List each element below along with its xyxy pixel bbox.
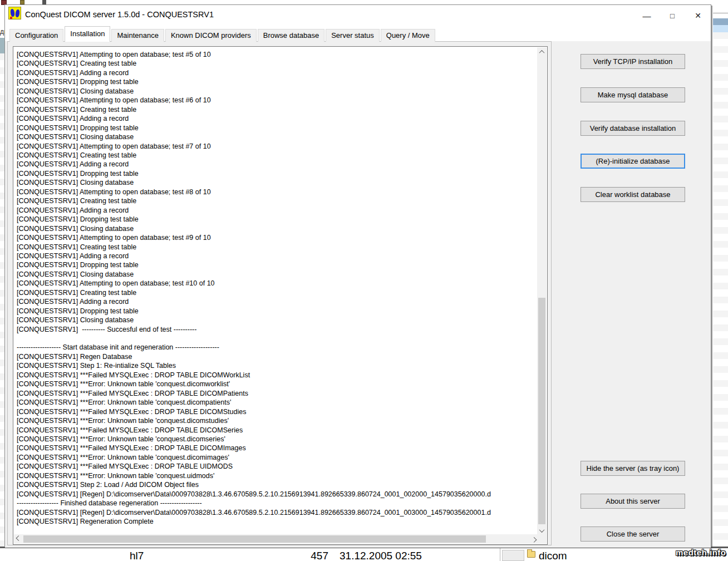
log-line: [CONQUESTSRV1] [Regen] D:\dicomserver\Da… <box>17 508 538 517</box>
log-line: [CONQUESTSRV1] Closing database <box>17 316 538 324</box>
log-line: [CONQUESTSRV1] Regen Database <box>17 352 538 361</box>
background-header-row <box>713 18 728 25</box>
folder-icon <box>527 551 535 558</box>
log-line: [CONQUESTSRV1] Creating test table <box>17 105 538 114</box>
log-line: [CONQUESTSRV1] Closing database <box>17 132 538 141</box>
log-line: [CONQUESTSRV1] Adding a record <box>17 252 538 260</box>
log-line: [CONQUESTSRV1] Adding a record <box>17 297 538 306</box>
log-line: [CONQUESTSRV1] Creating test table <box>17 243 538 252</box>
tab-label: Installation <box>70 29 105 38</box>
log-line: [CONQUESTSRV1] ---------- Succesful end … <box>17 325 538 334</box>
tab-label: Known DICOM providers <box>171 31 251 40</box>
log-line: [CONQUESTSRV1] Closing database <box>17 270 538 279</box>
log-line: [CONQUESTSRV1] Creating test table <box>17 151 538 160</box>
tab[interactable]: Browse database <box>258 29 324 42</box>
log-line: [CONQUESTSRV1] Creating test table <box>17 196 538 205</box>
scroll-left-icon[interactable] <box>14 534 23 544</box>
tab[interactable]: Maintenance <box>111 29 164 42</box>
divider <box>713 13 728 13</box>
tab[interactable]: Configuration <box>9 29 63 42</box>
watermark: medteh.info <box>676 548 726 557</box>
background-toolbar-icon <box>20 0 24 4</box>
tab[interactable]: Query / Move <box>381 29 435 42</box>
verify-tcpip-button[interactable]: Verify TCP/IP installation <box>581 54 685 69</box>
tab[interactable]: Server status <box>326 29 380 42</box>
log-line: [CONQUESTSRV1] Dropping test table <box>17 77 538 86</box>
background-text-fragment: дн <box>0 28 4 36</box>
clear-worklist-database-button[interactable]: Clear worklist database <box>581 187 685 202</box>
log-line: [CONQUESTSRV1] ***Error: Unknown table '… <box>17 435 538 444</box>
log-line: [CONQUESTSRV1] Attempting to open databa… <box>17 233 538 242</box>
background-toolbar-icon <box>42 0 46 4</box>
tab-strip: Configuration Installation Maintenance K… <box>9 25 436 42</box>
horizontal-scroll-thumb[interactable] <box>23 535 486 543</box>
scroll-up-icon[interactable] <box>537 47 547 57</box>
screen: дн hl7 457 31.12.2005 02:55 dicom medteh… <box>0 0 728 561</box>
reinitialize-database-button[interactable]: (Re)-initialize database <box>581 154 685 169</box>
tab-label: Server status <box>331 31 374 40</box>
log-line: [CONQUESTSRV1] Step 2: Load / Add DICOM … <box>17 480 538 489</box>
log-line: [CONQUESTSRV1] Closing database <box>17 224 538 233</box>
background-window-right <box>713 0 728 547</box>
horizontal-scrollbar[interactable] <box>14 534 539 544</box>
file-size: 457 <box>289 550 328 561</box>
window-title: ConQuest DICOM server 1.5.0d - CONQUESTS… <box>25 10 214 19</box>
log-line: [CONQUESTSRV1] Adding a record <box>17 114 538 123</box>
log-line: [CONQUESTSRV1] ***Failed MYSQLExec : DRO… <box>17 426 538 435</box>
make-mysql-database-button[interactable]: Make mysql database <box>581 87 685 102</box>
folder-name[interactable]: dicom <box>539 550 567 561</box>
log-line: [CONQUESTSRV1] Dropping test table <box>17 169 538 178</box>
log-line: [CONQUESTSRV1] [Regen] D:\dicomserver\Da… <box>17 490 538 499</box>
log-line: [CONQUESTSRV1] Step 1: Re-intialize SQL … <box>17 361 538 370</box>
verify-database-installation-button[interactable]: Verify database installation <box>581 121 685 136</box>
log-text: [CONQUESTSRV1] Attempting to open databa… <box>13 47 538 535</box>
log-line: [CONQUESTSRV1] Adding a record <box>17 206 538 215</box>
log-line: [CONQUESTSRV1] ***Error: Unknown table '… <box>17 380 538 388</box>
tab-label: Query / Move <box>386 31 430 40</box>
maximize-icon[interactable]: □ <box>660 5 685 26</box>
log-line: [CONQUESTSRV1] Creating test table <box>17 59 538 68</box>
log-line: [CONQUESTSRV1] Closing database <box>17 87 538 96</box>
about-server-button[interactable]: About this server <box>581 494 685 509</box>
hide-server-button[interactable]: Hide the server (as tray icon) <box>581 461 685 476</box>
tab-label: Maintenance <box>117 31 158 40</box>
tab-label: Configuration <box>15 31 58 40</box>
log-line: [CONQUESTSRV1] Creating test table <box>17 288 538 297</box>
log-line: ------------------- Start database init … <box>17 343 538 352</box>
file-name[interactable]: hl7 <box>130 550 144 561</box>
log-line: [CONQUESTSRV1] Attempting to open databa… <box>17 50 538 59</box>
log-line: [CONQUESTSRV1] Regeneration Complete <box>17 517 538 526</box>
title-bar[interactable]: ConQuest DICOM server 1.5.0d - CONQUESTS… <box>5 5 711 26</box>
background-list-stripes-left <box>0 53 4 549</box>
background-selected-row-fragment <box>0 38 4 53</box>
log-line <box>17 334 538 343</box>
log-line: ------------------ Finished database reg… <box>17 499 538 508</box>
close-server-button[interactable]: Close the server <box>581 526 685 542</box>
log-line: [CONQUESTSRV1] Closing database <box>17 178 538 187</box>
log-line: [CONQUESTSRV1] ***Failed MYSQLExec : DRO… <box>17 462 538 471</box>
log-line: [CONQUESTSRV1] ***Error: Unknown table '… <box>17 416 538 425</box>
log-line: [CONQUESTSRV1] Dropping test table <box>17 307 538 316</box>
log-line: [CONQUESTSRV1] Attempting to open databa… <box>17 188 538 196</box>
log-line: [CONQUESTSRV1] Adding a record <box>17 160 538 169</box>
minimize-icon[interactable]: — <box>634 5 660 26</box>
conquest-app-icon <box>8 7 21 19</box>
background-list-stripes-right <box>713 32 728 547</box>
log-textbox[interactable]: [CONQUESTSRV1] Attempting to open databa… <box>13 46 548 545</box>
vertical-scroll-thumb[interactable] <box>538 298 545 524</box>
tab[interactable]: Installation <box>65 26 110 42</box>
log-line: [CONQUESTSRV1] Adding a record <box>17 68 538 77</box>
conquest-window: ConQuest DICOM server 1.5.0d - CONQUESTS… <box>4 4 711 547</box>
log-line: [CONQUESTSRV1] Attempting to open databa… <box>17 279 538 288</box>
log-line: [CONQUESTSRV1] ***Failed MYSQLExec : DRO… <box>17 444 538 452</box>
vertical-scrollbar[interactable] <box>537 47 547 535</box>
log-line: [CONQUESTSRV1] ***Error: Unknown table '… <box>17 398 538 407</box>
log-line: [CONQUESTSRV1] ***Error: Unknown table '… <box>17 453 538 462</box>
background-file-row: hl7 457 31.12.2005 02:55 dicom <box>0 548 728 561</box>
close-icon[interactable]: ✕ <box>685 5 711 26</box>
column-divider <box>500 548 500 561</box>
log-line: [CONQUESTSRV1] Dropping test table <box>17 124 538 132</box>
log-line: [CONQUESTSRV1] Attempting to open databa… <box>17 96 538 105</box>
scrollbar-corner <box>537 534 547 544</box>
tab[interactable]: Known DICOM providers <box>165 29 257 42</box>
